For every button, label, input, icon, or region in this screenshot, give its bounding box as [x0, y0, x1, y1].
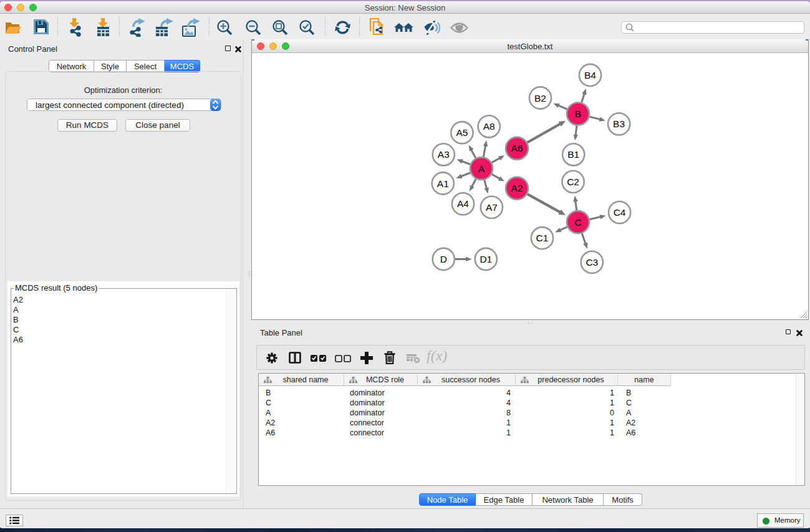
svg-text:B: B [575, 109, 581, 119]
svg-text:C2: C2 [567, 177, 579, 187]
svg-text:C: C [574, 217, 581, 228]
svg-text:C3: C3 [586, 257, 598, 268]
svg-text:D: D [440, 254, 447, 264]
svg-text:B1: B1 [567, 149, 579, 160]
svg-text:D1: D1 [480, 254, 492, 264]
svg-text:A5: A5 [456, 127, 468, 138]
svg-text:A8: A8 [483, 121, 495, 132]
svg-text:B3: B3 [613, 118, 625, 129]
svg-text:A3: A3 [438, 149, 450, 160]
svg-text:A: A [478, 163, 485, 174]
svg-text:B4: B4 [584, 70, 596, 80]
svg-text:A4: A4 [457, 198, 469, 209]
svg-text:A7: A7 [486, 202, 498, 213]
svg-text:A6: A6 [511, 143, 523, 153]
svg-text:A1: A1 [437, 178, 449, 189]
svg-text:A2: A2 [511, 183, 523, 193]
svg-text:B2: B2 [534, 93, 546, 104]
svg-text:C1: C1 [536, 233, 549, 243]
svg-text:C4: C4 [614, 207, 626, 218]
